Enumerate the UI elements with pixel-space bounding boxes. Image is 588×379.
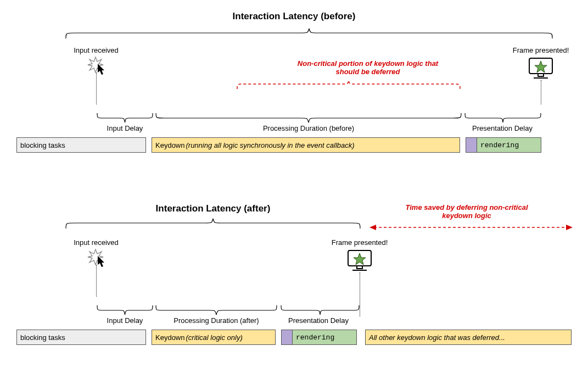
deferred-text: All other keydown logic that was deferre… — [369, 333, 505, 342]
label-presentation-before: Presentation Delay — [453, 124, 552, 132]
red-dash-brace-before — [236, 79, 461, 91]
input-dotted-after — [96, 265, 97, 297]
input-received-label-after: Input received — [69, 238, 124, 247]
red-arrow-after — [369, 223, 573, 232]
brace-top-before — [65, 27, 553, 41]
frame-presented-label-before: Frame presented! — [508, 46, 574, 54]
svg-rect-4 — [538, 74, 544, 76]
keydown-prefix-before: Keydown — [155, 141, 184, 149]
frame-dotted-before — [541, 80, 541, 104]
block-blocking-before: blocking tasks — [16, 137, 146, 153]
block-blocking-text: blocking tasks — [20, 141, 65, 149]
keydown-italic-before: (running all logic synchronously in the … — [186, 141, 354, 149]
keydown-italic-after: (critical logic only) — [186, 333, 242, 342]
svg-marker-7 — [369, 225, 376, 230]
diagram-before: Interaction Latency (before) Input recei… — [16, 11, 572, 165]
block-green-before: rendering — [477, 137, 541, 153]
rendering-text-before: rendering — [480, 141, 519, 149]
block-green-after: rendering — [292, 330, 357, 345]
title-after: Interaction Latency (after) — [65, 203, 361, 214]
keydown-prefix-after: Keydown — [155, 333, 184, 342]
block-keydown-before: Keydown (running all logic synchronously… — [152, 137, 460, 153]
brace-input-delay-after — [96, 304, 154, 316]
label-processing-after: Processing Duration (after) — [155, 316, 278, 325]
rendering-text-after: rendering — [296, 333, 334, 342]
red-note-before: Non-critical portion of keydown logic th… — [291, 59, 445, 76]
diagram-after: Interaction Latency (after) Time saved b… — [16, 203, 572, 357]
block-blocking-text-after: blocking tasks — [20, 333, 65, 342]
brace-presentation-after — [280, 304, 360, 316]
svg-rect-13 — [357, 266, 362, 269]
cursor-icon-after — [98, 256, 108, 268]
brace-input-delay-before — [96, 112, 154, 124]
red-note-after: Time saved by deferring non-critical key… — [401, 203, 533, 220]
svg-marker-10 — [98, 256, 104, 267]
brace-processing-after — [155, 304, 278, 316]
brace-presentation-before — [464, 112, 542, 124]
brace-processing-before — [155, 112, 462, 124]
title-before: Interaction Latency (before) — [16, 11, 572, 22]
label-presentation-after: Presentation Delay — [269, 316, 368, 325]
frame-presented-label-after: Frame presented! — [327, 238, 393, 247]
red-note-text-before: Non-critical portion of keydown logic th… — [298, 59, 438, 76]
timeline-before: blocking tasks Keydown (running all logi… — [16, 137, 572, 154]
input-dotted-before — [96, 73, 97, 104]
monitor-icon-after — [346, 248, 373, 272]
brace-top-after — [65, 218, 361, 231]
label-input-delay-before: Input Delay — [96, 124, 154, 132]
svg-marker-1 — [98, 64, 104, 75]
label-processing-before: Processing Duration (before) — [155, 124, 462, 132]
label-input-delay-after: Input Delay — [96, 316, 154, 325]
timeline-after: blocking tasks Keydown (critical logic o… — [16, 330, 572, 346]
block-deferred-after: All other keydown logic that was deferre… — [365, 330, 572, 345]
input-received-label-before: Input received — [69, 46, 124, 54]
red-note-text-after: Time saved by deferring non-critical key… — [406, 203, 528, 220]
cursor-icon — [98, 64, 108, 76]
block-blocking-after: blocking tasks — [16, 330, 146, 345]
svg-marker-8 — [566, 225, 573, 230]
block-keydown-after: Keydown (critical logic only) — [152, 330, 276, 345]
monitor-icon — [527, 56, 555, 80]
